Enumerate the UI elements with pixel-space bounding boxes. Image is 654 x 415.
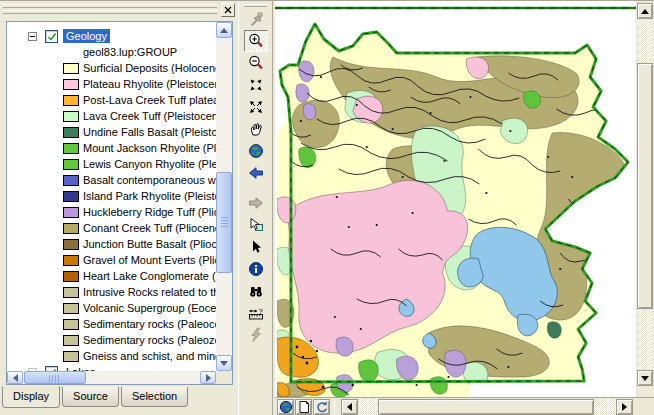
legend-item[interactable]: Gravel of Mount Everts (Plio	[7, 252, 216, 268]
find-tool-button[interactable]	[244, 280, 268, 302]
legend-label: Basalt contemporaneous wit	[83, 174, 216, 186]
scroll-down-button[interactable]	[216, 355, 232, 371]
legend-label: Gravel of Mount Everts (Plio	[83, 254, 216, 266]
panel-drag-grip[interactable]	[3, 4, 217, 8]
layer-row-geology[interactable]: Geology	[7, 27, 216, 45]
legend-item[interactable]: Surficial Deposits (Holocene	[7, 60, 216, 76]
map-scroll-right-button[interactable]	[616, 399, 633, 415]
add-theme-tool-button	[244, 8, 268, 30]
toolbar-drag-grip[interactable]	[244, 4, 267, 7]
legend-swatch[interactable]	[63, 79, 79, 90]
legend-swatch[interactable]	[63, 111, 79, 122]
geology-map[interactable]	[275, 1, 636, 397]
back-extent-tool-button[interactable]	[244, 162, 268, 184]
legend-item[interactable]: Intrusive Rocks related to th	[7, 284, 216, 300]
data-view-button[interactable]	[277, 399, 294, 415]
scrollbar-thumb[interactable]	[378, 399, 594, 415]
legend-label: Sedimentary rocks (Paleoce	[83, 318, 216, 330]
legend-swatch[interactable]	[63, 287, 79, 298]
zoom-in-tool-button[interactable]	[244, 30, 268, 52]
legend-swatch[interactable]	[63, 207, 79, 218]
refresh-icon	[315, 400, 329, 414]
identify-tool-button[interactable]	[244, 258, 268, 280]
map-horizontal-scrollbar[interactable]	[359, 399, 616, 415]
tab-display[interactable]: Display	[2, 386, 60, 408]
identify-icon	[248, 261, 264, 277]
legend-swatch[interactable]	[63, 239, 79, 250]
layout-view-icon	[297, 400, 311, 414]
map-scroll-up-button[interactable]	[637, 3, 653, 19]
legend-item[interactable]: Volcanic Supergroup (Eocen	[7, 300, 216, 316]
back-extent-icon	[248, 165, 264, 181]
symbology-field-label: geol83.lup:GROUP	[7, 45, 216, 60]
legend-item[interactable]: Gneiss and schist, and minor	[7, 348, 216, 364]
legend-item[interactable]: Junction Butte Basalt (Plioce	[7, 236, 216, 252]
select-features-icon	[248, 217, 264, 233]
toc-vertical-scrollbar[interactable]	[216, 22, 232, 371]
full-extent-tool-button[interactable]	[244, 140, 268, 162]
legend-item[interactable]: Lewis Canyon Rhyolite (Pleis	[7, 156, 216, 172]
tab-selection[interactable]: Selection	[121, 387, 188, 407]
measure-tool-button[interactable]: ?	[244, 302, 268, 324]
scroll-right-button[interactable]	[200, 371, 216, 384]
map-canvas[interactable]	[275, 1, 636, 397]
panel-drag-grip[interactable]	[3, 10, 217, 14]
legend-swatch[interactable]	[63, 271, 79, 282]
refresh-button[interactable]	[313, 399, 330, 415]
legend-swatch[interactable]	[63, 175, 79, 186]
legend-item[interactable]: Mount Jackson Rhyolite (Ple	[7, 140, 216, 156]
pan-tool-button[interactable]	[244, 118, 268, 140]
map-scroll-down-button[interactable]	[637, 370, 653, 386]
legend-swatch[interactable]	[63, 127, 79, 138]
close-panel-button[interactable]	[221, 3, 235, 17]
layer-name-geology[interactable]: Geology	[63, 29, 110, 43]
legend-swatch[interactable]	[63, 191, 79, 202]
legend-item[interactable]: Sedimentary rocks (Paleozoi	[7, 332, 216, 348]
legend-swatch[interactable]	[63, 351, 79, 362]
fixed-zoom-in-tool-button[interactable]	[244, 74, 268, 96]
legend-label: Lava Creek Tuff (Pleistocene	[83, 110, 216, 122]
legend-item[interactable]: Plateau Rhyolite (Pleistocen	[7, 76, 216, 92]
legend-label: Mount Jackson Rhyolite (Ple	[83, 142, 216, 154]
legend-item[interactable]: Sedimentary rocks (Paleoce	[7, 316, 216, 332]
layer-row-lakes[interactable]: Lakes	[7, 364, 216, 371]
scrollbar-thumb[interactable]	[637, 63, 653, 309]
scrollbar-thumb[interactable]	[24, 371, 86, 384]
legend-list: Surficial Deposits (HolocenePlateau Rhyo…	[7, 60, 216, 364]
legend-swatch[interactable]	[63, 319, 79, 330]
map-scroll-left-button[interactable]	[341, 399, 358, 415]
zoom-out-tool-button[interactable]	[244, 52, 268, 74]
legend-swatch[interactable]	[63, 63, 79, 74]
legend-label: Island Park Rhyolite (Pleisto	[83, 190, 216, 202]
geology-layer-checkbox[interactable]	[45, 30, 58, 43]
select-elements-icon	[248, 239, 264, 255]
legend-swatch[interactable]	[63, 223, 79, 234]
legend-item[interactable]: Lava Creek Tuff (Pleistocene	[7, 108, 216, 124]
map-vertical-scrollbar[interactable]	[637, 3, 653, 386]
legend-item[interactable]: Undine Falls Basalt (Pleistoc	[7, 124, 216, 140]
zoom-in-icon	[248, 33, 264, 49]
layout-view-button[interactable]	[295, 399, 312, 415]
legend-swatch[interactable]	[63, 303, 79, 314]
legend-swatch[interactable]	[63, 143, 79, 154]
tab-source[interactable]: Source	[62, 387, 119, 407]
legend-item[interactable]: Huckleberry Ridge Tuff (Plio	[7, 204, 216, 220]
scrollbar-thumb[interactable]	[216, 172, 232, 273]
legend-item[interactable]: Basalt contemporaneous wit	[7, 172, 216, 188]
fixed-zoom-out-tool-button[interactable]	[244, 96, 268, 118]
legend-swatch[interactable]	[63, 95, 79, 106]
legend-swatch[interactable]	[63, 255, 79, 266]
legend-swatch[interactable]	[63, 335, 79, 346]
legend-item[interactable]: Heart Lake Conglomerate (P	[7, 268, 216, 284]
arrow-left-icon	[13, 374, 18, 382]
collapse-icon[interactable]	[28, 32, 37, 41]
legend-item[interactable]: Conant Creek Tuff (Pliocene	[7, 220, 216, 236]
scroll-left-button[interactable]	[7, 371, 23, 384]
legend-item[interactable]: Island Park Rhyolite (Pleisto	[7, 188, 216, 204]
select-elements-tool-button[interactable]	[244, 236, 268, 258]
scroll-up-button[interactable]	[216, 22, 232, 38]
legend-item[interactable]: Post-Lava Creek Tuff platea	[7, 92, 216, 108]
legend-swatch[interactable]	[63, 159, 79, 170]
select-features-tool-button[interactable]	[244, 214, 268, 236]
toc-horizontal-scrollbar[interactable]	[7, 371, 216, 384]
